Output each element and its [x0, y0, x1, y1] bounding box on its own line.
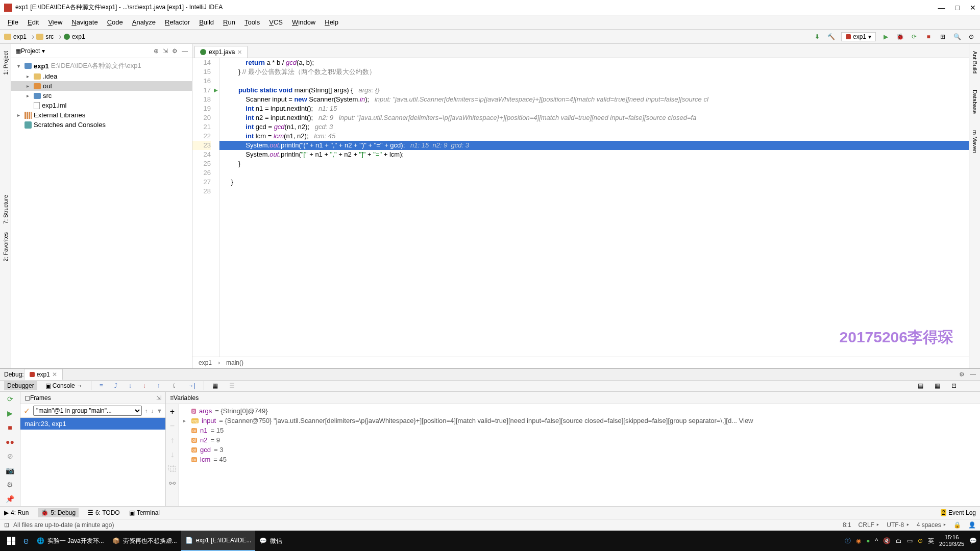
menu-edit[interactable]: Edit: [24, 17, 42, 28]
hammer-icon[interactable]: 🔨: [827, 32, 836, 41]
menu-run[interactable]: Run: [219, 17, 239, 28]
cursor-position[interactable]: 8:1: [843, 521, 851, 529]
debug-settings-icon[interactable]: ⚙: [959, 371, 965, 378]
step-out-icon[interactable]: ↑: [154, 381, 163, 390]
pin-icon[interactable]: 📌: [6, 495, 14, 503]
step-into-icon[interactable]: ↓: [126, 381, 135, 390]
tree-row[interactable]: ▸External Libraries: [11, 110, 192, 120]
menu-tools[interactable]: Tools: [241, 17, 263, 28]
variable-row[interactable]: ▸eqinput = {Scanner@750} "java.util.Scan…: [179, 416, 980, 425]
debug-icon[interactable]: 🐞: [895, 32, 904, 41]
battery-icon[interactable]: 🗀: [896, 537, 902, 544]
favorites-tool-tab[interactable]: 2: Favorites: [2, 229, 10, 264]
build-icon[interactable]: ⬇: [813, 32, 822, 41]
up-icon[interactable]: ↑: [170, 436, 175, 445]
debug-tab[interactable]: 🐞 5: Debug: [38, 508, 79, 517]
filter-icon[interactable]: ▼: [157, 408, 162, 414]
prev-frame-icon[interactable]: ↑: [145, 408, 148, 414]
remove-watch-icon[interactable]: −: [170, 421, 175, 431]
maven-tab[interactable]: m Maven: [971, 127, 979, 156]
editor-tab-exp1[interactable]: exp1.java ✕: [194, 46, 248, 58]
copy-icon[interactable]: ⿻: [168, 464, 177, 473]
trace-icon[interactable]: ☰: [226, 381, 238, 390]
structure-tool-tab[interactable]: 7: Structure: [2, 192, 10, 227]
project-tool-tab[interactable]: 1: Project: [2, 48, 10, 78]
tray-icon[interactable]: ●: [866, 537, 870, 544]
ime-indicator[interactable]: 英: [928, 537, 934, 545]
tree-row[interactable]: ▸.idea: [11, 71, 192, 81]
notifications-icon[interactable]: 💬: [969, 537, 977, 544]
thread-dump-icon[interactable]: 📷: [6, 466, 14, 474]
menu-help[interactable]: Help: [321, 17, 342, 28]
force-step-into-icon[interactable]: ↓: [140, 381, 149, 390]
menu-build[interactable]: Build: [195, 17, 217, 28]
debug-session-tab[interactable]: exp1 ✕: [24, 369, 63, 380]
edge-button[interactable]: e: [19, 531, 33, 551]
tree-row[interactable]: Scratches and Consoles: [11, 120, 192, 130]
menu-window[interactable]: Window: [288, 17, 319, 28]
tree-row[interactable]: ▸src: [11, 91, 192, 101]
pin-icon[interactable]: ▦: [932, 381, 943, 390]
minimize-button[interactable]: —: [938, 4, 945, 12]
taskbar-app[interactable]: 💬微信: [255, 531, 286, 551]
variable-row[interactable]: oigcd = 3: [179, 445, 980, 455]
ant-build-tab[interactable]: Ant Build: [971, 48, 979, 77]
clock[interactable]: 15:162019/3/25: [939, 534, 964, 547]
frame-row[interactable]: main:23, exp1: [20, 418, 165, 430]
collapse-icon[interactable]: ⇲: [163, 47, 168, 55]
step-over-icon[interactable]: ⤴: [111, 381, 120, 390]
taskbar-app[interactable]: 🌐实验一 Java开发环...: [33, 531, 108, 551]
menu-navigate[interactable]: Navigate: [68, 17, 101, 28]
tree-row[interactable]: exp1.iml: [11, 101, 192, 110]
lock-icon[interactable]: 🔒: [953, 521, 961, 529]
mute-icon[interactable]: ⊘: [7, 452, 13, 460]
terminal-tab[interactable]: ▣ Terminal: [129, 509, 160, 516]
show-frames-icon[interactable]: ≡: [96, 381, 106, 390]
inspector-icon[interactable]: 👤: [968, 521, 976, 529]
target-icon[interactable]: ⊕: [154, 47, 159, 55]
debugger-subtab[interactable]: Debugger: [4, 381, 37, 390]
next-frame-icon[interactable]: ↓: [151, 408, 154, 414]
line-sep[interactable]: CRLF ‣: [859, 521, 880, 529]
variable-row[interactable]: oin2 = 9: [179, 435, 980, 445]
menu-refactor[interactable]: Refactor: [161, 17, 193, 28]
volume-icon[interactable]: 🔇: [883, 537, 891, 544]
tray-up-icon[interactable]: ^: [875, 537, 878, 544]
layout-icon[interactable]: ⊞: [938, 32, 947, 41]
run-to-cursor-icon[interactable]: →|: [185, 381, 199, 390]
tray-icon[interactable]: ◉: [856, 537, 861, 544]
menu-file[interactable]: File: [4, 17, 22, 28]
variable-row[interactable]: oin1 = 15: [179, 425, 980, 435]
run-icon[interactable]: ▶: [881, 32, 890, 41]
console-subtab[interactable]: ▣ Console →: [42, 381, 86, 390]
tray-icon[interactable]: Ⓣ: [845, 537, 851, 545]
close-tab-icon[interactable]: ✕: [237, 49, 242, 56]
indent[interactable]: 4 spaces ‣: [917, 521, 946, 529]
maximize-button[interactable]: □: [955, 4, 960, 12]
profiler-icon[interactable]: ⊙: [967, 32, 976, 41]
breakpoints-icon[interactable]: ●●: [6, 438, 14, 446]
menu-code[interactable]: Code: [104, 17, 127, 28]
down-icon[interactable]: ↓: [170, 450, 175, 459]
run-config-selector[interactable]: exp1▾: [841, 32, 876, 41]
variable-row[interactable]: oilcm = 45: [179, 455, 980, 464]
search-icon[interactable]: 🔍: [952, 32, 962, 41]
menu-vcs[interactable]: VCS: [265, 17, 286, 28]
todo-tab[interactable]: ☰ 6: TODO: [88, 509, 120, 516]
restore-icon[interactable]: ⊡: [948, 381, 960, 390]
evaluate-icon[interactable]: ▦: [209, 381, 221, 390]
taskbar-app[interactable]: 📄exp1 [E:\IDEA\IDE...: [181, 531, 256, 551]
drop-frame-icon[interactable]: ⤹: [168, 381, 180, 390]
event-log-tab[interactable]: 2 Event Log: [941, 509, 976, 516]
breadcrumb-exp1[interactable]: exp1: [64, 33, 85, 40]
resume-icon[interactable]: ▶: [7, 409, 13, 417]
settings-icon[interactable]: ⚙: [7, 481, 13, 489]
breadcrumb-src[interactable]: src: [36, 33, 54, 40]
tree-row[interactable]: ▸out: [11, 81, 192, 91]
menu-view[interactable]: View: [44, 17, 66, 28]
settings-icon[interactable]: ⚙: [172, 47, 178, 55]
variable-row[interactable]: pargs = {String[0]@749}: [179, 406, 980, 416]
security-icon[interactable]: ⊙: [918, 537, 923, 544]
encoding[interactable]: UTF-8 ‣: [887, 521, 909, 529]
rerun-icon[interactable]: ⟳: [7, 395, 13, 403]
